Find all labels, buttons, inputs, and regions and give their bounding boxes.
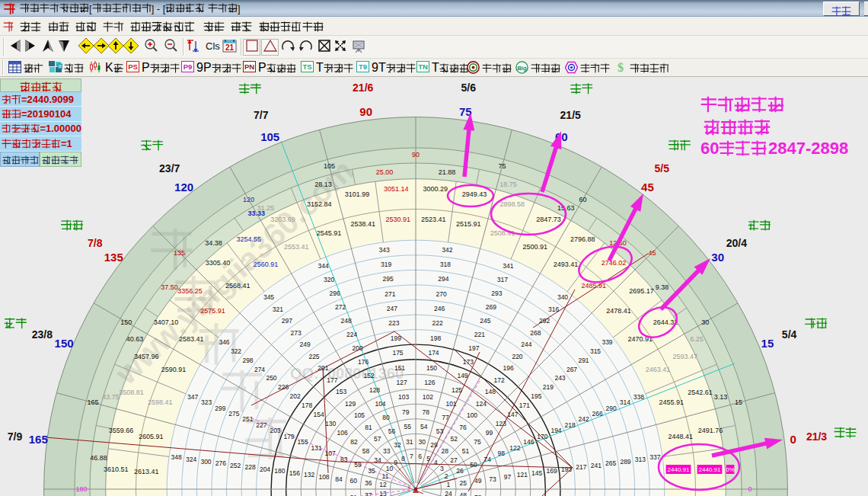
svg-text:128: 128 bbox=[369, 386, 380, 394]
svg-text:120: 120 bbox=[243, 196, 254, 203]
svg-text:338: 338 bbox=[633, 393, 644, 401]
svg-text:273: 273 bbox=[291, 329, 302, 337]
svg-text:25.00: 25.00 bbox=[376, 168, 394, 176]
svg-text:30: 30 bbox=[418, 438, 426, 446]
svg-text:80: 80 bbox=[382, 414, 390, 421]
svg-text:337: 337 bbox=[649, 453, 660, 461]
svg-text:180: 180 bbox=[274, 467, 285, 475]
svg-text:52: 52 bbox=[450, 435, 458, 443]
svg-text:194: 194 bbox=[550, 427, 561, 434]
svg-text:2746.02: 2746.02 bbox=[602, 259, 627, 267]
svg-text:2515.91: 2515.91 bbox=[456, 220, 481, 228]
svg-text:266: 266 bbox=[592, 410, 603, 418]
svg-text:243: 243 bbox=[554, 374, 565, 382]
svg-text:228: 228 bbox=[245, 463, 256, 471]
svg-text:319: 319 bbox=[381, 261, 391, 268]
svg-text:171: 171 bbox=[519, 402, 530, 409]
svg-text:298: 298 bbox=[242, 357, 253, 364]
svg-text:321: 321 bbox=[273, 306, 283, 313]
svg-text:73: 73 bbox=[489, 475, 496, 483]
svg-text:37.50: 37.50 bbox=[161, 283, 178, 291]
svg-text:153: 153 bbox=[336, 388, 346, 395]
svg-text:125: 125 bbox=[452, 386, 462, 394]
svg-text:30: 30 bbox=[701, 318, 709, 326]
svg-text:130: 130 bbox=[325, 420, 336, 427]
svg-text:Big: Big bbox=[517, 65, 527, 72]
svg-text:169: 169 bbox=[547, 467, 557, 475]
svg-text:315: 315 bbox=[590, 347, 601, 355]
svg-text:T9: T9 bbox=[359, 62, 367, 71]
svg-text:72: 72 bbox=[474, 494, 482, 496]
svg-text:23/7: 23/7 bbox=[159, 162, 180, 174]
svg-text:150: 150 bbox=[55, 337, 74, 350]
svg-text:90: 90 bbox=[359, 105, 372, 118]
svg-text:2695.17: 2695.17 bbox=[629, 287, 654, 295]
svg-text:2847-2898: 2847-2898 bbox=[768, 139, 848, 158]
svg-text:76: 76 bbox=[459, 424, 467, 431]
svg-text:5: 5 bbox=[426, 455, 430, 462]
svg-text:57: 57 bbox=[374, 435, 381, 443]
svg-text:82: 82 bbox=[350, 438, 358, 446]
svg-text:348: 348 bbox=[171, 453, 182, 461]
svg-text:98: 98 bbox=[498, 450, 506, 457]
svg-text:271: 271 bbox=[385, 290, 395, 298]
svg-text:126: 126 bbox=[424, 379, 435, 386]
svg-text:55: 55 bbox=[404, 423, 411, 430]
svg-text:223: 223 bbox=[388, 319, 399, 327]
svg-text:202: 202 bbox=[290, 392, 301, 400]
svg-text:28.13: 28.13 bbox=[314, 181, 332, 188]
svg-text:3: 3 bbox=[440, 465, 444, 472]
svg-text:75: 75 bbox=[499, 162, 506, 170]
svg-text:246: 246 bbox=[434, 305, 445, 312]
svg-text:149: 149 bbox=[457, 372, 468, 379]
svg-text:170: 170 bbox=[537, 433, 547, 440]
svg-text:3305.40: 3305.40 bbox=[206, 259, 231, 267]
svg-text:101: 101 bbox=[445, 400, 456, 408]
svg-text:269: 269 bbox=[486, 303, 496, 311]
svg-text:340: 340 bbox=[557, 293, 568, 301]
svg-text:346: 346 bbox=[219, 338, 229, 346]
svg-text:37: 37 bbox=[365, 491, 372, 496]
svg-text:148: 148 bbox=[485, 388, 496, 395]
svg-text:2949.43: 2949.43 bbox=[462, 190, 487, 198]
svg-text:105: 105 bbox=[260, 130, 279, 143]
svg-text:18.75: 18.75 bbox=[499, 181, 517, 188]
svg-text:49: 49 bbox=[474, 477, 482, 485]
svg-text:217: 217 bbox=[576, 463, 586, 471]
svg-text:81: 81 bbox=[365, 424, 372, 431]
svg-text:108: 108 bbox=[318, 473, 329, 481]
svg-text:45: 45 bbox=[648, 249, 656, 257]
svg-text:102: 102 bbox=[423, 393, 433, 401]
svg-text:43.75: 43.75 bbox=[102, 393, 120, 401]
svg-text:221: 221 bbox=[474, 331, 485, 338]
svg-text:123: 123 bbox=[496, 420, 506, 427]
svg-text:135: 135 bbox=[174, 249, 185, 257]
svg-text:2440.91: 2440.91 bbox=[668, 466, 690, 473]
svg-text:197: 197 bbox=[468, 344, 479, 352]
svg-text:77: 77 bbox=[442, 414, 449, 421]
svg-text:3356.25: 3356.25 bbox=[177, 287, 203, 295]
svg-text:200: 200 bbox=[353, 344, 363, 352]
svg-text:58: 58 bbox=[362, 447, 370, 455]
svg-text:5/5: 5/5 bbox=[655, 162, 670, 174]
svg-text:339: 339 bbox=[602, 338, 612, 346]
svg-text:297: 297 bbox=[282, 317, 292, 325]
svg-text:2568.41: 2568.41 bbox=[225, 282, 251, 290]
svg-text:3.13: 3.13 bbox=[714, 393, 728, 401]
svg-text:265: 265 bbox=[605, 459, 616, 467]
svg-text:314: 314 bbox=[620, 398, 630, 406]
svg-text:345: 345 bbox=[263, 293, 274, 301]
svg-text:7: 7 bbox=[410, 453, 413, 460]
svg-text:33.33: 33.33 bbox=[248, 210, 266, 217]
svg-text:3254.55: 3254.55 bbox=[237, 235, 262, 243]
svg-text:97: 97 bbox=[504, 473, 512, 481]
svg-text:3457.96: 3457.96 bbox=[134, 353, 159, 360]
svg-text:176: 176 bbox=[358, 358, 369, 366]
svg-text:40.63: 40.63 bbox=[126, 335, 144, 343]
svg-text:293: 293 bbox=[491, 290, 502, 297]
svg-text:26: 26 bbox=[456, 467, 464, 475]
svg-text:60: 60 bbox=[579, 196, 586, 203]
svg-text:313: 313 bbox=[635, 456, 646, 463]
svg-text:28: 28 bbox=[442, 447, 449, 455]
svg-text:2493.41: 2493.41 bbox=[554, 261, 579, 268]
